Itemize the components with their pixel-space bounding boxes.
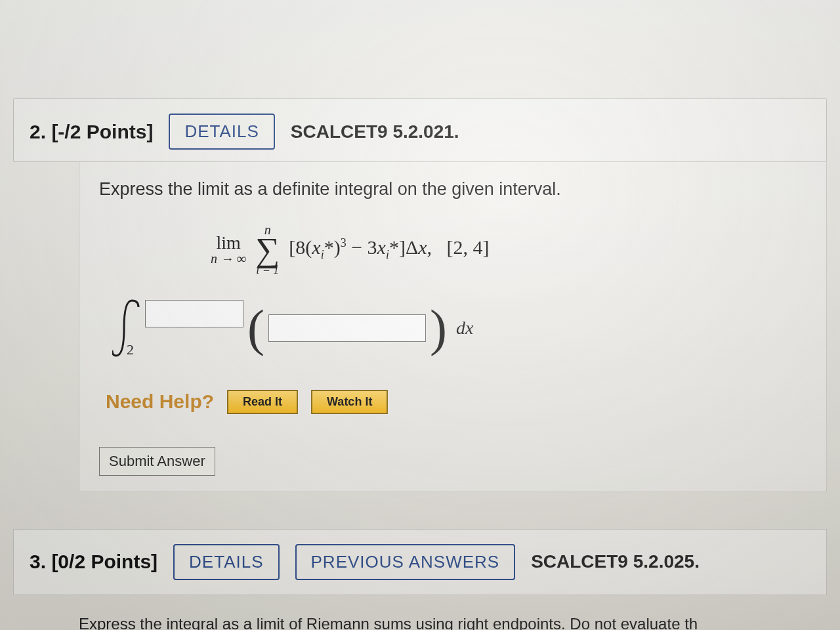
question-number: 3. [0/2 Points] [30, 551, 158, 573]
question-source-ref: SCALCET9 5.2.021. [291, 121, 459, 142]
limit-expression: lim n → ∞ n ∑ i = 1 [8(xi*)3 − 3xi*]Δx, … [211, 223, 807, 276]
left-paren-icon: ( [247, 303, 264, 354]
submit-answer-button[interactable]: Submit Answer [99, 447, 215, 476]
read-it-button[interactable]: Read It [227, 390, 298, 414]
details-button[interactable]: DETAILS [169, 114, 274, 150]
question-2-header: 2. [-/2 Points] DETAILS SCALCET9 5.2.021… [13, 98, 827, 162]
question-source-ref: SCALCET9 5.2.025. [531, 551, 700, 572]
lim-text: lim [216, 234, 240, 252]
summand: [8(xi*)3 − 3xi*]Δx, [2, 4] [289, 236, 489, 262]
integral-icon: 2 [112, 297, 141, 360]
need-help-label: Need Help? [106, 390, 214, 413]
previous-answers-button[interactable]: PREVIOUS ANSWERS [295, 544, 516, 580]
integrand-input[interactable] [268, 314, 426, 342]
question-number: 2. [-/2 Points] [30, 121, 153, 143]
integral-answer-row: 2 ( ) dx [112, 297, 807, 360]
lim-sub: n → ∞ [211, 252, 246, 265]
question-3-cutoff-text: Express the integral as a limit of Riema… [79, 615, 827, 630]
question-3-header: 3. [0/2 Points] DETAILS PREVIOUS ANSWERS… [13, 529, 827, 595]
right-paren-icon: ) [430, 303, 447, 354]
sigma-bottom: i = 1 [256, 264, 279, 276]
question-prompt: Express the limit as a definite integral… [99, 179, 807, 200]
details-button[interactable]: DETAILS [173, 544, 279, 580]
upper-bound-input[interactable] [145, 300, 243, 327]
watch-it-button[interactable]: Watch It [311, 390, 388, 414]
integral-lower-bound: 2 [127, 341, 134, 358]
question-2-body: Express the limit as a definite integral… [79, 162, 827, 492]
sigma-icon: ∑ [255, 236, 280, 264]
dx-label: dx [456, 318, 473, 339]
need-help-row: Need Help? Read It Watch It [106, 390, 807, 414]
